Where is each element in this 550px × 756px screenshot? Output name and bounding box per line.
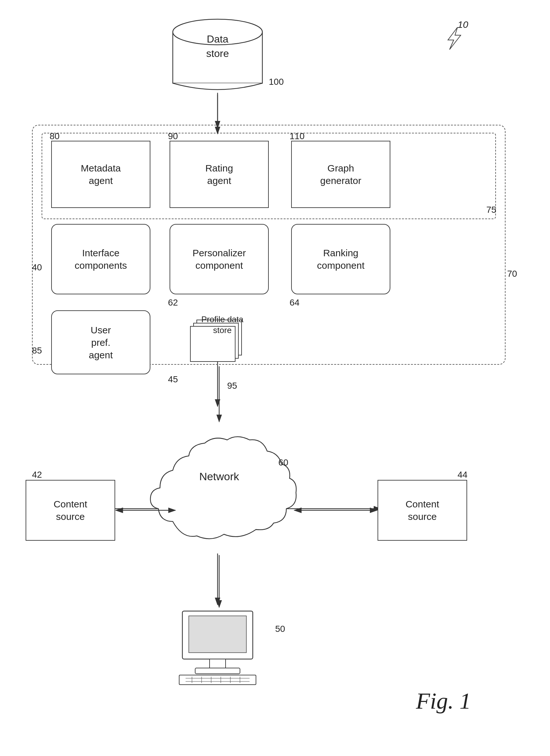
data-store-label: Data store (166, 32, 269, 61)
diagram: Data store 100 10 70 75 Metadata agent 8… (0, 0, 550, 756)
interface-components-ref: 40 (32, 262, 42, 273)
ranking-component-label: Ranking component (317, 247, 364, 272)
outer-box-ref: 70 (507, 269, 517, 279)
user-pref-agent-label: User pref. agent (89, 324, 113, 361)
rating-agent-label: Rating agent (205, 162, 233, 187)
content-source-1-label: Content source (53, 498, 87, 523)
network-ref: 60 (278, 458, 288, 468)
ranking-component-ref: 64 (290, 298, 299, 308)
ranking-component-box: Ranking component (291, 224, 390, 294)
network-cloud: Network (141, 419, 298, 553)
content-source-1-ref: 42 (32, 470, 42, 480)
diagram-ref-label: 10 (458, 19, 468, 30)
rating-agent-ref: 90 (168, 131, 178, 141)
content-source-2-box: Content source (378, 480, 467, 541)
figure-label: Fig. 1 (416, 688, 471, 714)
personalizer-component-label: Personalizer component (193, 247, 246, 272)
profile-data-store-box: Profile datastore (170, 307, 269, 374)
svg-rect-18 (195, 668, 240, 674)
computer-ref: 50 (275, 624, 285, 634)
personalizer-component-box: Personalizer component (170, 224, 269, 294)
svg-rect-17 (210, 659, 226, 669)
content-source-2-ref: 44 (458, 470, 467, 480)
svg-rect-16 (189, 616, 246, 653)
user-pref-agent-ref: 85 (32, 346, 42, 356)
svg-rect-19 (179, 675, 256, 685)
metadata-agent-ref: 80 (50, 131, 60, 141)
interface-components-label: Interface components (75, 247, 127, 272)
computer-icon (163, 608, 272, 688)
metadata-agent-box: Metadata agent (51, 141, 150, 208)
arrow-ref: 95 (227, 381, 237, 391)
rating-agent-box: Rating agent (170, 141, 269, 208)
graph-generator-box: Graph generator (291, 141, 390, 208)
arrows-overlay (0, 0, 550, 756)
inner-box-ref: 75 (486, 205, 496, 215)
profile-data-store-ref: 45 (168, 374, 178, 385)
arrows-svg (0, 0, 550, 756)
personalizer-component-ref: 62 (168, 298, 178, 308)
user-pref-agent-box: User pref. agent (51, 310, 150, 374)
graph-generator-label: Graph generator (320, 162, 361, 187)
data-store-ref: 100 (269, 77, 284, 87)
content-source-2-label: Content source (405, 498, 439, 523)
interface-components-box: Interface components (51, 224, 150, 294)
metadata-agent-label: Metadata agent (81, 162, 121, 187)
graph-generator-ref: 110 (290, 131, 305, 141)
content-source-1-box: Content source (26, 480, 115, 541)
